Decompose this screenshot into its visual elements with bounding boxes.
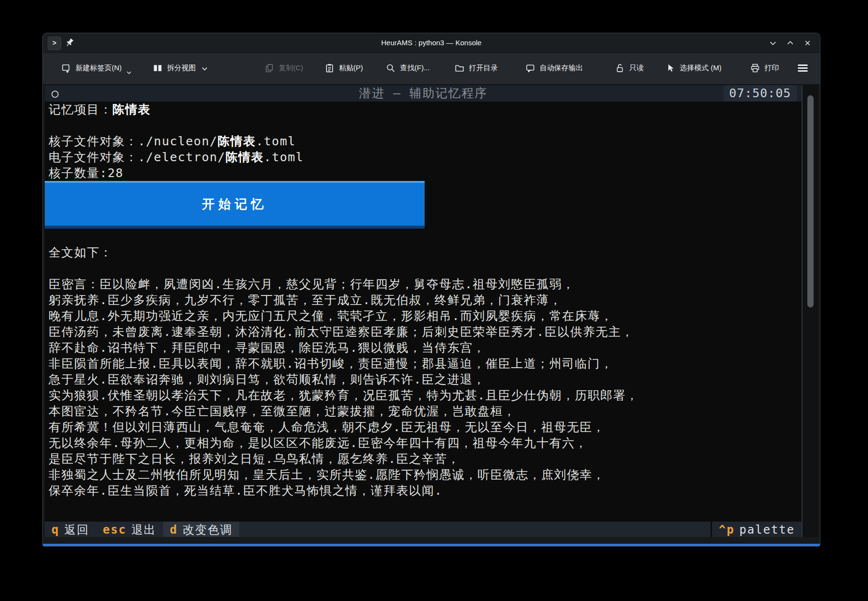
toolbar-label: 复制(C)	[279, 64, 303, 73]
toolbar-label: 选择模式 (M)	[680, 64, 722, 73]
split-view-icon	[153, 63, 163, 73]
memory-text-line: 臣侍汤药，未曾废离.逮奉圣朝，沐浴清化.前太守臣逵察臣孝廉；后刺史臣荣举臣秀才.…	[45, 324, 819, 340]
output-bubble-icon	[525, 63, 535, 73]
copy-icon	[264, 63, 274, 73]
window-title: HeurAMS : python3 — Konsole	[43, 33, 820, 52]
memory-text-line: 晚有儿息.外无期功强近之亲，内无应门五尺之僮，茕茕孑立，形影相吊.而刘夙婴疾病，…	[45, 308, 819, 324]
tui-title: 潜进 – 辅助记忆程序	[45, 85, 802, 102]
toolbar-label: 查找(F)...	[400, 64, 430, 73]
memory-text-line: 是臣尽节于陛下之日长，报养刘之日短.乌鸟私情，愿乞终养.臣之辛苦，	[45, 451, 819, 467]
konsole-window: > HeurAMS : python3 — Konsole	[42, 33, 820, 547]
maximize-button[interactable]	[784, 37, 796, 49]
printer-icon	[750, 63, 760, 73]
memory-text-line: 非臣陨首所能上报.臣具以表闻，辞不就职.诏书切峻，责臣逋慢；郡县逼迫，催臣上道；…	[45, 356, 819, 371]
autosave-output-button[interactable]: 自动保存输出	[525, 53, 583, 83]
blank-line	[45, 229, 819, 244]
paste-icon	[324, 63, 335, 73]
electron-file-line: 电子文件对象：./electron/陈情表.toml	[45, 149, 819, 165]
window-controls	[767, 33, 813, 52]
footer-binding-back[interactable]: q 返回	[45, 522, 96, 538]
chevron-up-icon	[786, 39, 794, 47]
copy-button: 复制(C)	[264, 53, 303, 83]
toolbar-label: 拆分视图	[167, 64, 196, 73]
tui-header: ○ 潜进 – 辅助记忆程序 07:50:05	[45, 85, 802, 102]
blank-line	[45, 117, 819, 133]
window-bottom-margin	[43, 537, 820, 544]
toolbar-label: 自动保存输出	[540, 64, 583, 73]
toolbar-label: 打开目录	[469, 64, 498, 73]
minimize-button[interactable]	[767, 37, 778, 49]
cursor-arrow-icon	[665, 63, 675, 73]
toolbar-label: 只读	[629, 64, 644, 73]
select-mode-button[interactable]: 选择模式 (M)	[665, 53, 722, 83]
chevron-down-icon	[769, 39, 777, 47]
terminal-view[interactable]: ○ 潜进 – 辅助记忆程序 07:50:05 记忆项目：陈情表 核子文件对象：.…	[45, 85, 819, 538]
new-tab-button[interactable]: 新建标签页(N)	[61, 53, 132, 83]
nucleon-count-line: 核子数量:28	[45, 165, 819, 181]
key-label: 返回	[64, 522, 89, 538]
memory-text-line: 本图宦达，不矜名节.今臣亡国贱俘，至微至陋，过蒙拔擢，宠命优渥，岂敢盘桓，	[45, 403, 819, 419]
key-hint: esc	[103, 522, 126, 538]
key-label: 改变色调	[182, 522, 233, 538]
terminal-scrollbar[interactable]	[802, 85, 819, 538]
footer-binding-palette[interactable]: ^p palette	[711, 522, 802, 538]
fulltext-label: 全文如下：	[45, 244, 819, 260]
memory-text-line: 保卒余年.臣生当陨首，死当结草.臣不胜犬马怖惧之情，谨拜表以闻.	[45, 483, 819, 499]
titlebar: > HeurAMS : python3 — Konsole	[43, 33, 820, 53]
close-icon	[803, 39, 812, 47]
key-hint: q	[52, 522, 59, 538]
toolbar-label: 打印	[764, 64, 779, 73]
memory-text-line: 辞不赴命.诏书特下，拜臣郎中，寻蒙国恩，除臣洗马.猥以微贱，当侍东宫，	[45, 340, 819, 356]
scrollbar-thumb[interactable]	[807, 95, 814, 307]
nucleon-file-line: 核子文件对象：./nucleon/陈情表.toml	[45, 133, 819, 149]
footer-binding-quit[interactable]: esc 退出	[96, 522, 163, 538]
new-tab-icon	[61, 63, 71, 73]
hamburger-menu-icon	[796, 63, 809, 74]
toolbar: 新建标签页(N) 拆分视图 复制(C)	[43, 53, 820, 85]
toolbar-label: 新建标签页(N)	[76, 64, 122, 73]
key-label: palette	[739, 522, 795, 538]
memory-text-line: 实为狼狈.伏惟圣朝以孝治天下，凡在故老，犹蒙矜育，况臣孤苦，特为尤甚.且臣少仕伪…	[45, 387, 819, 403]
chevron-down-icon	[126, 70, 132, 75]
key-hint: d	[170, 522, 178, 538]
memory-text-line: 躬亲抚养.臣少多疾病，九岁不行，零丁孤苦，至于成立.既无伯叔，终鲜兄弟，门衰祚薄…	[45, 292, 819, 308]
key-hint: ^p	[719, 522, 735, 538]
split-view-button[interactable]: 拆分视图	[153, 53, 208, 83]
memory-project-line: 记忆项目：陈情表	[45, 102, 819, 117]
start-memorize-button[interactable]: 开始记忆	[45, 181, 425, 229]
memory-text-line: 急于星火.臣欲奉诏奔驰，则刘病日笃，欲苟顺私情，则告诉不许.臣之进退，	[45, 371, 819, 387]
blank-line	[45, 260, 819, 276]
memory-text-line: 臣密言：臣以险衅，夙遭闵凶.生孩六月，慈父见背；行年四岁，舅夺母志.祖母刘愍臣孤…	[45, 276, 819, 292]
print-button[interactable]: 打印	[750, 53, 779, 83]
memory-text-line: 非独蜀之人士及二州牧伯所见明知，皇天后土，实所共鉴.愿陛下矜悯愚诚，听臣微志，庶…	[45, 467, 819, 483]
key-label: 退出	[131, 522, 156, 538]
paste-button[interactable]: 粘贴(P)	[324, 53, 363, 83]
tui-clock: 07:50:05	[724, 85, 797, 102]
window-accent-line	[43, 544, 820, 546]
menu-button[interactable]	[796, 53, 809, 83]
footer-binding-theme[interactable]: d 改变色调	[163, 522, 239, 538]
chevron-down-icon	[201, 66, 208, 72]
find-button[interactable]: 查找(F)...	[386, 53, 430, 83]
search-icon	[386, 63, 396, 73]
memory-text-line: 无以终余年.母孙二人，更相为命，是以区区不能废远.臣密今年四十有四，祖母今年九十…	[45, 435, 819, 451]
open-directory-button[interactable]: 打开目录	[454, 53, 498, 83]
toolbar-label: 粘贴(P)	[339, 64, 363, 73]
tui-footer: q 返回 esc 退出 d 改变色调 ^p palette	[45, 522, 802, 538]
close-button[interactable]	[802, 37, 813, 49]
desktop-background: > HeurAMS : python3 — Konsole	[0, 0, 868, 601]
read-only-button[interactable]: 只读	[615, 53, 644, 83]
memory-text-line: 有所希冀！但以刘日薄西山，气息奄奄，人命危浅，朝不虑夕.臣无祖母，无以至今日，祖…	[45, 419, 819, 435]
start-memorize-label: 开始记忆	[45, 196, 425, 213]
unlocked-padlock-icon	[615, 63, 625, 73]
folder-icon	[454, 63, 465, 73]
